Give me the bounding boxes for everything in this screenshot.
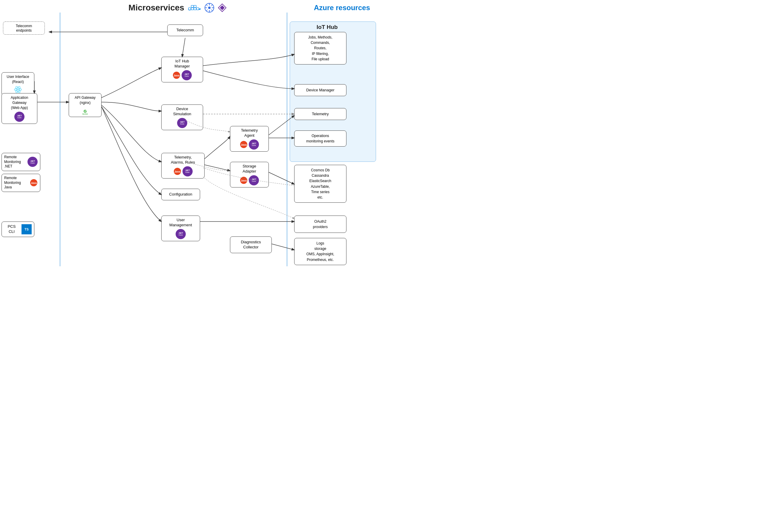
api-gateway-box: API Gateway(nginx) G NGINX <box>69 93 102 117</box>
svg-text:G: G <box>84 109 86 114</box>
svg-line-12 <box>206 5 208 6</box>
svg-rect-2 <box>194 8 196 10</box>
svg-text:Java: Java <box>241 179 247 182</box>
svg-line-15 <box>206 10 208 11</box>
logs-storage-box: LogsstorageOMS, AppInsight,Prometheus, e… <box>294 238 346 265</box>
telecomm-box: Telecomm <box>167 24 203 36</box>
svg-line-40 <box>205 165 230 171</box>
dapr-icon <box>218 3 227 12</box>
vline-right <box>287 13 287 266</box>
net-core-badge: .NETCore <box>14 112 24 122</box>
iot-hub-title: IoT Hub <box>317 24 338 30</box>
svg-point-21 <box>17 89 19 90</box>
svg-rect-1 <box>191 8 193 10</box>
svg-text:NGINX: NGINX <box>82 113 88 115</box>
page-container: Microservices <box>0 0 379 266</box>
operations-monitoring-box: Operationsmonitoring events <box>294 130 346 147</box>
svg-line-41 <box>269 172 294 184</box>
svg-rect-0 <box>189 8 191 10</box>
svg-line-13 <box>211 10 213 11</box>
net-core-badge-ihm: .NETCore <box>182 70 192 80</box>
iot-hub-manager-box: IoT HubManager Java .NETCore <box>161 57 203 83</box>
telemetry-agent-box: TelemetryAgent Java .NETCore <box>230 126 269 152</box>
user-management-box: UserManagement .NETCore <box>161 216 200 241</box>
java-icon-ta: Java <box>240 141 248 149</box>
java-icon-rm: Java <box>30 179 38 186</box>
net-core-badge-um: .NETCore <box>176 229 186 239</box>
app-gateway-box: ApplicationGateway(Web App) .NETCore <box>2 93 37 124</box>
storage-adapter-box: StorageAdapter Java .NETCore <box>230 162 269 187</box>
net-core-badge-ta: .NETCore <box>249 139 259 150</box>
svg-rect-3 <box>191 5 193 8</box>
remote-monitoring-java-box: RemoteMonitoring Java Java <box>2 174 40 192</box>
vline-left <box>60 13 60 266</box>
svg-line-14 <box>211 5 213 6</box>
pcs-cli-box: PCS CLI TS <box>2 221 34 237</box>
svg-rect-5 <box>196 8 199 10</box>
kubernetes-icon <box>205 3 214 13</box>
svg-line-43 <box>272 244 294 250</box>
azure-resources-label: Azure resources <box>287 4 370 12</box>
svg-text:Java: Java <box>174 74 180 77</box>
telemetry-azure-box: Telemetry <box>294 108 346 120</box>
configuration-box: Configuration <box>161 189 200 200</box>
nginx-icon: G NGINX <box>81 107 89 115</box>
iot-hub-resources-box: Jobs, Methods,Commands,Routes,IP filteri… <box>294 32 346 64</box>
java-icon-tar: Java <box>174 167 181 175</box>
diagnostics-collector-box: DiagnosticsCollector <box>230 236 272 253</box>
ts-badge: TS <box>21 224 32 234</box>
remote-monitoring-net-box: RemoteMonitoring .NET .NETCore <box>2 153 40 171</box>
net-core-badge-ds: .NETCore <box>177 118 187 128</box>
page-title: Microservices <box>69 3 287 13</box>
react-icon <box>14 86 22 93</box>
java-icon-ihm: Java <box>173 71 180 79</box>
telecomm-endpoints-box: Telecomm endpoints <box>3 21 45 35</box>
device-simulation-box: DeviceSimulation .NETCore <box>161 105 203 130</box>
java-icon-sa: Java <box>240 177 248 184</box>
net-core-badge-sa: .NETCore <box>249 175 259 185</box>
net-core-badge-rm: .NETCore <box>27 157 38 167</box>
svg-marker-17 <box>220 5 224 10</box>
oauth2-box: OAuth2providers <box>294 216 346 233</box>
svg-text:Java: Java <box>31 182 37 184</box>
svg-text:Java: Java <box>174 170 180 173</box>
device-manager-box: Device Manager <box>294 84 346 96</box>
docker-icon <box>188 3 201 13</box>
svg-text:Java: Java <box>241 143 247 146</box>
net-core-badge-tar: .NETCore <box>183 166 192 177</box>
cosmos-db-box: Cosmos DbCassandraElasticSearchAzureTabl… <box>294 165 346 203</box>
svg-rect-4 <box>194 5 196 8</box>
header: Microservices <box>0 0 379 13</box>
svg-line-35 <box>182 38 185 57</box>
main-area: IoT Hub Telecomm endpoints User Interfac… <box>0 13 379 266</box>
svg-point-7 <box>208 7 211 9</box>
user-interface-box: User Interface(React) <box>2 72 34 95</box>
telemetry-alarms-box: Telemetry,Alarms, Rules Java .NETCore <box>161 153 205 179</box>
